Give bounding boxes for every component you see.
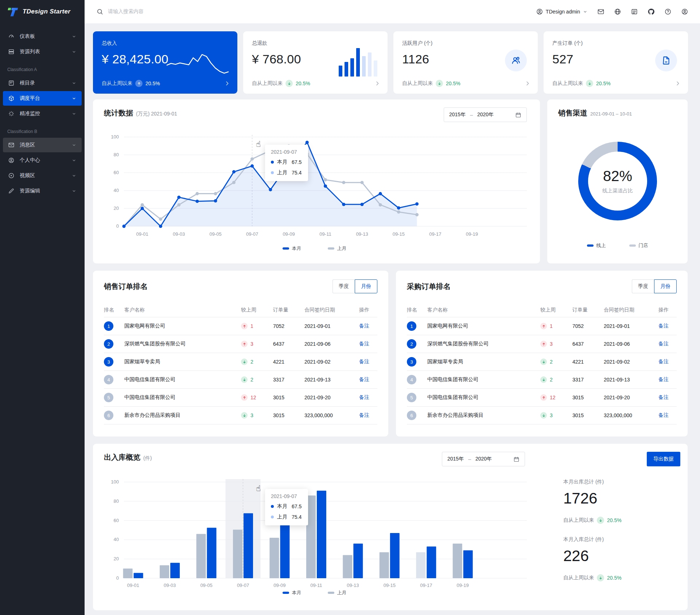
globe-icon[interactable] (614, 8, 621, 15)
legend-item[interactable]: 门店 (629, 242, 648, 249)
github-icon[interactable] (648, 8, 655, 15)
trend-percent: 20.5% (607, 517, 622, 523)
sidebar-item-edit[interactable]: 资源编辑 (3, 184, 82, 198)
sidebar-item-cube[interactable]: 调度平台 (3, 91, 82, 106)
trend-down-icon (241, 359, 248, 365)
usergroup-icon (505, 50, 527, 71)
rank-badge: 2 (407, 339, 416, 349)
sidebar-item-play[interactable]: 视频区 (3, 168, 82, 183)
chevron-down-icon (71, 111, 77, 116)
customer-name: 中国电信集团有限公司 (427, 376, 540, 383)
svg-text:09-01: 09-01 (127, 583, 139, 588)
news-icon[interactable] (631, 8, 638, 15)
legend-item[interactable]: 本月 (283, 245, 302, 252)
user-icon (8, 157, 15, 164)
inventory-bar-chart[interactable]: 02040608010009-0109-0309-0509-0709-0909-… (104, 475, 529, 600)
card-footer: 自从上周以来20.5% (402, 80, 530, 87)
sidebar-item-root[interactable]: 根目录 (3, 76, 82, 90)
sparkline-bars (339, 50, 377, 77)
sidebar-item-rays[interactable]: 精准监控 (3, 106, 82, 121)
trend-up-icon (540, 323, 547, 329)
trend-vs-last-week: 2 (540, 376, 572, 383)
svg-text:09-09: 09-09 (283, 231, 295, 237)
note-link[interactable]: 备注 (359, 412, 377, 419)
svg-text:09-01: 09-01 (136, 231, 148, 237)
note-link[interactable]: 备注 (359, 323, 377, 329)
customer-name: 新余市办公用品采购项目 (427, 412, 540, 419)
note-link[interactable]: 备注 (359, 359, 377, 365)
total-footer: 自从上周以来20.5% (563, 574, 673, 581)
date-range-picker[interactable]: 2015年 – 2020年 (442, 452, 525, 466)
stat-card-2[interactable]: 总退款¥ 768.00自从上周以来20.5% (243, 31, 388, 94)
help-icon[interactable] (664, 8, 672, 15)
chevron-right-icon[interactable] (374, 81, 380, 86)
chevron-right-icon[interactable] (224, 81, 230, 86)
chevron-down-icon (71, 158, 77, 163)
total-footer: 自从上周以来20.5% (563, 517, 673, 524)
note-link[interactable]: 备注 (658, 376, 677, 383)
toggle-month[interactable]: 月份 (654, 279, 677, 293)
range-start: 2015年 (447, 456, 464, 462)
toggle-month[interactable]: 月份 (355, 279, 377, 293)
root-icon (8, 80, 15, 86)
channel-donut-chart[interactable]: 82% 线上渠道占比 (578, 142, 657, 220)
sidebar-item-user[interactable]: 个人中心 (3, 153, 82, 168)
note-link[interactable]: 备注 (658, 359, 677, 365)
note-link[interactable]: 备注 (359, 341, 377, 347)
order-count: 7052 (572, 323, 604, 329)
stat-card-4[interactable]: 产生订单 (个)527自从上周以来20.5% (544, 31, 688, 94)
contract-date: 2021-09-13 (304, 377, 359, 383)
chevron-right-icon[interactable] (525, 81, 530, 86)
toggle-quarter[interactable]: 季度 (632, 279, 654, 293)
note-link[interactable]: 备注 (658, 323, 677, 329)
card-title: 总收入 (102, 40, 229, 47)
panel-title: 采购订单排名 (407, 282, 451, 291)
trend-down-icon (285, 80, 293, 87)
app-logo[interactable]: TDesign Starter (0, 0, 85, 23)
toggle-quarter[interactable]: 季度 (332, 279, 355, 293)
note-link[interactable]: 备注 (658, 341, 677, 347)
mail-icon[interactable] (597, 8, 604, 15)
note-link[interactable]: 备注 (658, 412, 677, 419)
contract-date: 2021-09-06 (604, 341, 658, 347)
account-menu[interactable]: TDesign admin (536, 8, 588, 15)
contract-date: 323,000,000 (604, 412, 658, 418)
footer-label: 自从上周以来 (402, 80, 433, 87)
legend-item[interactable]: 上月 (328, 589, 347, 596)
chevron-right-icon[interactable] (675, 81, 681, 86)
cursor-hand: ☝ (256, 484, 261, 493)
order-count: 4221 (572, 359, 604, 365)
chevron-down-icon (71, 34, 77, 39)
legend-item[interactable]: 本月 (283, 589, 302, 596)
statistics-line-chart[interactable]: 02040608010009-0109-0309-0509-0709-0909-… (104, 130, 529, 254)
sidebar-item-dashboard[interactable]: 仪表板 (3, 29, 82, 44)
stat-card-3[interactable]: 活跃用户 (个)1126自从上周以来20.5% (393, 31, 538, 94)
customer-name: 深圳燃气集团股份有限公司 (427, 341, 540, 347)
sidebar-item-mail[interactable]: 消息区 (3, 138, 82, 152)
table-row: 1国家电网有限公司170522021-09-01备注 (407, 317, 677, 335)
note-link[interactable]: 备注 (658, 394, 677, 401)
search-placeholder: 请输入搜索内容 (108, 8, 144, 15)
account-name: TDesign admin (546, 9, 580, 15)
contract-date: 2021-09-02 (604, 359, 658, 365)
date-range-picker[interactable]: 2015年 – 2020年 (444, 107, 527, 122)
cube-icon (8, 95, 15, 102)
note-link[interactable]: 备注 (359, 394, 377, 401)
svg-text:60: 60 (114, 518, 119, 523)
stat-card-1[interactable]: 总收入¥ 28,425.00自从上周以来20.5% (93, 31, 237, 94)
rank-badge: 6 (104, 411, 113, 420)
sidebar-item-list[interactable]: 资源列表 (3, 44, 82, 59)
legend-item[interactable]: 上月 (328, 245, 347, 252)
chevron-down-icon (71, 96, 77, 101)
sidebar-item-label: 个人中心 (20, 157, 40, 164)
contract-date: 2021-09-01 (304, 323, 359, 329)
column-header: 客户名称 (427, 307, 540, 313)
column-header: 排名 (104, 307, 124, 313)
user-icon[interactable] (681, 8, 688, 15)
export-data-button[interactable]: 导出数据 (647, 452, 680, 466)
svg-text:09-11: 09-11 (310, 583, 322, 588)
donut-center: 82% 线上渠道占比 (588, 152, 647, 211)
legend-item[interactable]: 线上 (587, 242, 606, 249)
search-input[interactable]: 请输入搜索内容 (96, 8, 144, 15)
note-link[interactable]: 备注 (359, 376, 377, 383)
